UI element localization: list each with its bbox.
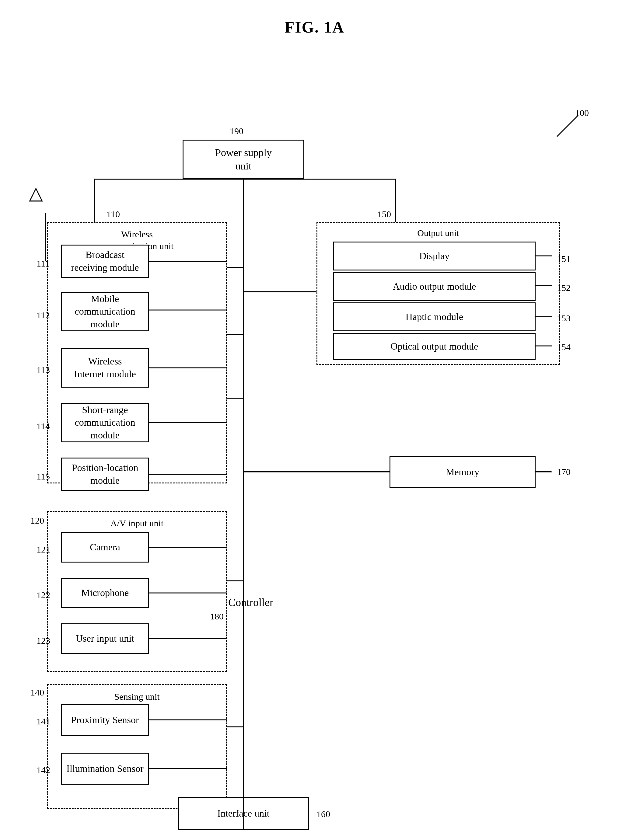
haptic-box: Haptic module <box>333 302 536 331</box>
memory-box: Memory <box>389 456 536 488</box>
user-input-box: User input unit <box>61 624 149 654</box>
ref-141: 141 <box>36 716 50 726</box>
av-input-label: A/V input unit <box>111 517 163 529</box>
ref-140: 140 <box>30 687 44 698</box>
ref-153: 153 <box>557 313 571 324</box>
ref-115: 115 <box>36 471 50 482</box>
microphone-box: Microphone <box>61 578 149 608</box>
illumination-box: Illumination Sensor <box>61 753 149 785</box>
ref-170: 170 <box>557 467 571 477</box>
controller-label: Controller <box>228 596 273 609</box>
ref-113: 113 <box>36 365 50 375</box>
ref-112: 112 <box>36 310 50 321</box>
sensing-label: Sensing unit <box>114 691 160 703</box>
output-unit-label: Output unit <box>417 227 459 239</box>
mobile-comm-box: Mobile communication module <box>61 292 149 331</box>
svg-line-21 <box>557 115 578 137</box>
ref-122: 122 <box>36 590 50 600</box>
ref-111: 111 <box>36 258 50 268</box>
camera-box: Camera <box>61 532 149 562</box>
power-supply-box: Power supply unit <box>183 140 304 179</box>
ref-114: 114 <box>36 421 50 431</box>
proximity-box: Proximity Sensor <box>61 704 149 736</box>
ref-142: 142 <box>36 765 50 775</box>
ref-160: 160 <box>316 809 330 819</box>
ref-154: 154 <box>557 342 571 352</box>
ref-151: 151 <box>557 254 571 264</box>
antenna-icon: △ <box>29 182 43 204</box>
display-box: Display <box>333 242 536 270</box>
ref-123: 123 <box>36 636 50 646</box>
ref-110: 110 <box>106 209 120 219</box>
ref-180: 180 <box>210 611 224 622</box>
page-title: FIG. 1A <box>0 0 629 48</box>
short-range-box: Short-range communication module <box>61 403 149 442</box>
audio-output-box: Audio output module <box>333 272 536 301</box>
ref-121: 121 <box>36 544 50 555</box>
sensing-box: Sensing unit <box>47 684 227 809</box>
ref-120: 120 <box>30 515 44 526</box>
position-location-box: Position-location module <box>61 458 149 491</box>
ref-152: 152 <box>557 283 571 293</box>
ref-150: 150 <box>377 209 391 219</box>
interface-box: Interface unit <box>178 797 309 830</box>
ref-100: 100 <box>575 108 589 118</box>
ref-190: 190 <box>230 126 243 136</box>
wireless-internet-box: Wireless Internet module <box>61 348 149 388</box>
optical-output-box: Optical output module <box>333 333 536 360</box>
broadcast-box: Broadcast receiving module <box>61 245 149 278</box>
